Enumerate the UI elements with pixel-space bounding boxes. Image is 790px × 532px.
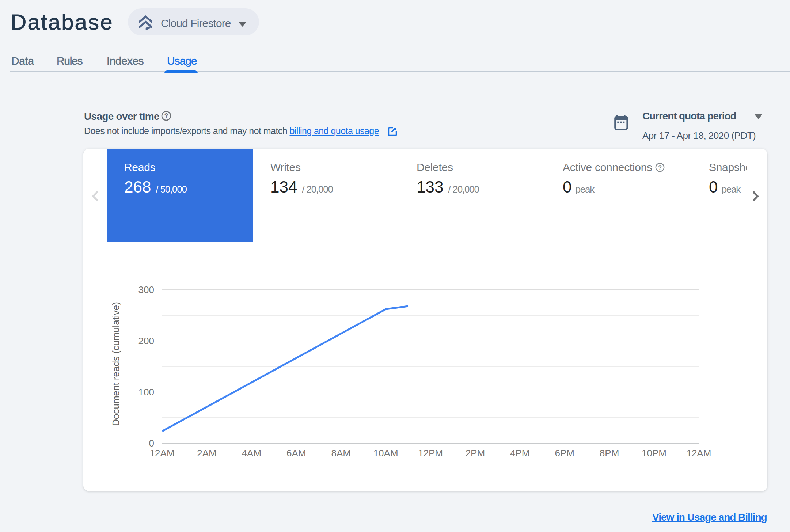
svg-text:10PM: 10PM (642, 448, 666, 459)
svg-text:6AM: 6AM (286, 448, 306, 459)
svg-text:200: 200 (138, 335, 154, 346)
svg-text:?: ? (164, 112, 168, 119)
svg-text:10AM: 10AM (373, 448, 398, 459)
svg-text:12AM: 12AM (686, 448, 711, 459)
svg-text:100: 100 (138, 387, 154, 398)
svg-text:2AM: 2AM (197, 448, 216, 459)
svg-text:?: ? (658, 164, 661, 171)
svg-text:0: 0 (149, 438, 154, 449)
svg-text:2PM: 2PM (466, 448, 485, 459)
svg-text:300: 300 (138, 284, 154, 295)
svg-text:4AM: 4AM (242, 448, 261, 459)
svg-text:6PM: 6PM (555, 448, 574, 459)
svg-text:12PM: 12PM (418, 448, 443, 459)
svg-text:8AM: 8AM (331, 448, 350, 459)
svg-text:Document reads (cumulative): Document reads (cumulative) (110, 302, 121, 426)
svg-text:4PM: 4PM (510, 448, 529, 459)
svg-text:8PM: 8PM (600, 448, 619, 459)
svg-text:12AM: 12AM (150, 448, 175, 459)
